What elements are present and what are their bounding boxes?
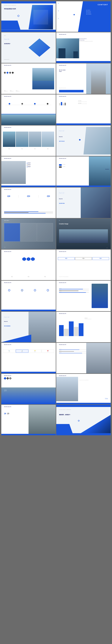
content-num2: 03 — [58, 10, 59, 11]
slide-28: BUSINESS REPORT POWERPOINT 感谢观看，欢请批评！ — [56, 405, 111, 435]
content-item-2: 项目可行性分析 — [87, 11, 91, 12]
slide21-label: 项目目标战略规划 — [4, 326, 10, 327]
slide-18: Beautifully design Title 68% 说明 35% 说明 8… — [56, 250, 111, 280]
slide3-label: 创业项目简介 — [4, 43, 10, 44]
slide-14: Part 03 Part 03 原点划时代风格 — [56, 188, 111, 218]
content-left-num: 04 — [58, 3, 59, 4]
slide-25: Beautifully design Title 20 — [1, 374, 56, 404]
content-item-1: 创业项目简介 — [87, 10, 90, 10]
slide-11: Beautifully design Title 说明标题文字 descript… — [1, 156, 56, 187]
slide-6: Beautifully design Title We Are SolidTea… — [56, 64, 111, 94]
slide-20: Beautifully design Title 说明文字 80% — [56, 281, 111, 311]
slide-8: Beautifully design Title 说明文字标题 Lorem ip… — [56, 94, 111, 125]
slide-16: 25 Creative Image 说明文字 — [56, 218, 111, 249]
slide-row-3: Beautifully design Title ————— ● ● — [1, 64, 111, 94]
slide-row-12: Beautifully design Title 🔧 说明文字 📊 说明文字 💡 — [1, 343, 111, 373]
slide-row-7: Beautifully design Title 188 说明文字 250 说明… — [1, 188, 111, 218]
slide-10: Part 02 Part 02 项目可行性分析 — [56, 126, 111, 156]
slide-5: Beautifully design Title ————— ● ● — [1, 64, 56, 94]
slide3-title: Beautifully design Title — [4, 59, 9, 60]
content-item-4: 项目目标战略规划 — [87, 14, 91, 14]
content-item-3: 原点划时代风格 — [87, 12, 91, 13]
slide-2: 04 03 11 CONTENT 创业项目简介 — [56, 1, 111, 32]
slide-26: Beautifully design Title SmartphoneMocku… — [56, 374, 111, 404]
slide-row-4: Beautifully design Title ————— 说明文字 说明文字 — [1, 94, 111, 125]
slide-row-5: Beautifully design Title 标题文字说明 标题文字说明 标… — [1, 126, 111, 156]
slide-9: Beautifully design Title 标题文字说明 标题文字说明 标… — [1, 126, 56, 156]
slide-17: Beautifully design Title ● ✦ ◆ — [1, 250, 56, 280]
creative-title: Creative Image — [59, 223, 68, 224]
stat-25: 25 — [7, 412, 9, 414]
slide-row-6: Beautifully design Title 说明标题文字 descript… — [1, 156, 111, 187]
slide3-part: Part 01 — [4, 36, 6, 36]
content-title: CONTENT — [98, 4, 108, 6]
slide-1: BUSINESS REPORT POWERPOINT 时尚创业商业计划书 — [1, 1, 56, 32]
slide-12: Beautifully design Title ————— Smartphon… — [56, 156, 111, 187]
slide-row-11: Part 04 Part 04 项目目标战略规划 Beautifully des… — [1, 312, 111, 342]
end-title-zh: 感谢观看，欢请批评！ — [59, 414, 71, 416]
slide10-part: Part 02 — [59, 136, 63, 137]
stat-29: 29 — [4, 412, 6, 414]
content-num3: 11 — [58, 18, 59, 19]
slide-row-13: Beautifully design Title 20 — [1, 374, 111, 404]
slide-19: Beautifully design Title ⚙ 说明 🔒 说明 ★ — [1, 281, 56, 311]
slide6-title: Beautifully design Title — [59, 65, 66, 66]
slide5-title: Beautifully design Title — [4, 65, 11, 66]
slide-3: Part 01 Part 01 创业项目简介 Beautifully desig… — [1, 32, 56, 63]
slide-27: Beautifully design Title 29 说明 25 说明 — [1, 405, 56, 435]
slide-7: Beautifully design Title ————— 说明文字 说明文字 — [1, 94, 56, 125]
slide10-label: 项目可行性分析 — [59, 141, 65, 142]
slide-row-2: Part 01 Part 01 创业项目简介 Beautifully desig… — [1, 32, 111, 63]
slide-row-8: OUR FAMILY 说明文字 25 Creative Image 说明文字 — [1, 218, 111, 249]
end-label-en: BUSINESS REPORT POWERPOINT — [59, 409, 71, 410]
slide-row-1: BUSINESS REPORT POWERPOINT 时尚创业商业计划书 04 … — [1, 1, 111, 32]
slide-24: Beautifully design Title 说明文字标题 — [56, 343, 111, 373]
slide-22: Beautifully design Title — [56, 312, 111, 342]
cover-title-zh: 时尚创业商业计划书 — [4, 8, 16, 10]
slide-row-14: Beautifully design Title 29 说明 25 说明 — [1, 405, 111, 435]
slide-23: Beautifully design Title 🔧 说明文字 📊 说明文字 💡 — [1, 343, 56, 373]
cover-label-en: BUSINESS REPORT POWERPOINT — [4, 5, 16, 6]
slide14-label: 原点划时代风格 — [59, 203, 65, 204]
slide-gallery: BUSINESS REPORT POWERPOINT 时尚创业商业计划书 04 … — [0, 0, 112, 436]
slide-4: Beautifully design Title —————— We Are P… — [56, 32, 111, 63]
slide-13: Beautifully design Title 188 说明文字 250 说明… — [1, 188, 56, 218]
slide-row-10: Beautifully design Title ⚙ 说明 🔒 说明 ★ — [1, 281, 111, 311]
slide4-title: Beautifully design Title — [59, 34, 66, 35]
slide-21: Part 04 Part 04 项目目标战略规划 — [1, 312, 56, 342]
slide-row-9: Beautifully design Title ● ✦ ◆ — [1, 250, 111, 280]
slide-15: OUR FAMILY 说明文字 — [1, 218, 56, 249]
